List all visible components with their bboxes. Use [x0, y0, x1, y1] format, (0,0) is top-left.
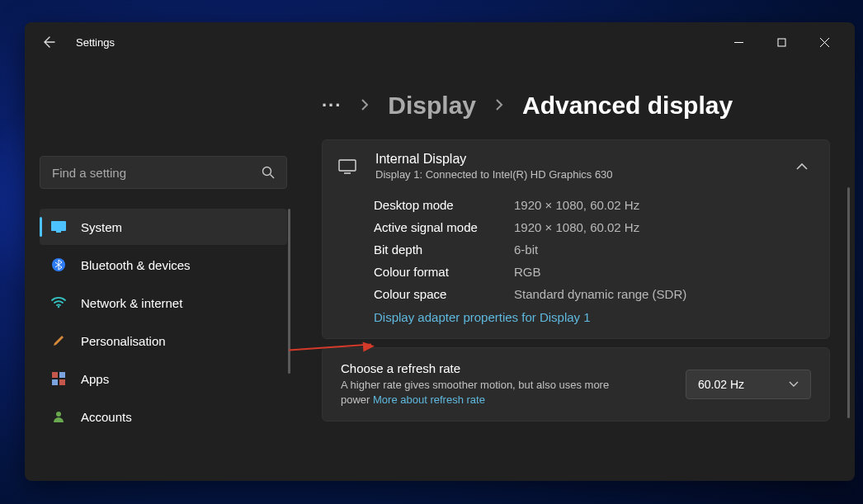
svg-rect-11	[339, 160, 356, 171]
search-box[interactable]	[40, 156, 287, 189]
svg-point-10	[56, 412, 61, 417]
svg-point-5	[58, 306, 59, 308]
nav-list: System Bluetooth & devices Network & int…	[40, 209, 287, 435]
minimize-icon	[734, 38, 743, 47]
info-value: 1920 × 1080, 60.02 Hz	[514, 220, 639, 234]
svg-rect-0	[778, 39, 785, 46]
refresh-rate-title: Choose a refresh rate	[341, 361, 669, 375]
refresh-rate-more-link[interactable]: More about refresh rate	[373, 393, 485, 406]
refresh-rate-select[interactable]: 60.02 Hz	[686, 370, 811, 399]
sidebar-item-system[interactable]: System	[40, 209, 287, 245]
svg-rect-7	[59, 372, 65, 378]
refresh-rate-card: Choose a refresh rate A higher rate give…	[322, 347, 830, 422]
refresh-rate-description: A higher rate gives smoother motion, but…	[341, 378, 613, 407]
chevron-right-icon	[494, 97, 504, 115]
info-label: Colour format	[374, 265, 514, 279]
chevron-down-icon	[789, 381, 799, 388]
sidebar-item-network[interactable]: Network & internet	[40, 285, 287, 321]
chevron-up-icon	[796, 159, 808, 174]
info-row: Desktop mode1920 × 1080, 60.02 Hz	[374, 194, 814, 216]
main-scrollbar[interactable]	[847, 187, 850, 418]
display-title: Internal Display	[375, 152, 778, 167]
svg-rect-9	[59, 379, 65, 385]
maximize-icon	[777, 38, 786, 47]
sidebar-item-label: Bluetooth & devices	[81, 258, 191, 272]
chevron-right-icon	[360, 97, 370, 115]
arrow-left-icon	[43, 35, 56, 49]
svg-rect-6	[52, 372, 58, 378]
breadcrumb-more[interactable]: ···	[322, 95, 342, 116]
sidebar-item-personalisation[interactable]: Personalisation	[40, 323, 287, 359]
sidebar-item-label: Accounts	[81, 410, 132, 424]
breadcrumb-display[interactable]: Display	[388, 92, 476, 120]
display-info-card: Internal Display Display 1: Connected to…	[322, 139, 830, 339]
svg-point-1	[263, 167, 271, 176]
display-card-header[interactable]: Internal Display Display 1: Connected to…	[323, 140, 829, 192]
search-icon	[262, 166, 275, 179]
wifi-icon	[51, 295, 66, 310]
info-value: 1920 × 1080, 60.02 Hz	[514, 198, 639, 212]
content-area: System Bluetooth & devices Network & int…	[25, 62, 855, 481]
main-panel: ··· Display Advanced display Internal Di…	[297, 62, 855, 481]
info-label: Active signal mode	[374, 220, 514, 234]
sidebar-item-label: Apps	[81, 372, 109, 386]
info-row: Colour spaceStandard dynamic range (SDR)	[374, 283, 814, 305]
brush-icon	[51, 333, 66, 348]
close-button[interactable]	[805, 29, 843, 55]
info-value: Standard dynamic range (SDR)	[514, 287, 686, 301]
breadcrumb: ··· Display Advanced display	[322, 92, 830, 120]
sidebar-scrollbar[interactable]	[288, 209, 290, 374]
maximize-button[interactable]	[762, 29, 800, 55]
display-info-body: Desktop mode1920 × 1080, 60.02 Hz Active…	[323, 192, 829, 338]
svg-rect-3	[56, 231, 61, 233]
window-title: Settings	[76, 36, 115, 49]
sidebar-item-label: Network & internet	[81, 296, 182, 310]
apps-icon	[51, 371, 66, 386]
titlebar: Settings	[25, 22, 855, 62]
sidebar-item-label: System	[81, 220, 122, 234]
svg-rect-2	[51, 221, 66, 231]
search-input[interactable]	[52, 166, 262, 180]
breadcrumb-current: Advanced display	[522, 92, 733, 120]
info-row: Bit depth6-bit	[374, 238, 814, 261]
back-button[interactable]	[36, 29, 63, 55]
svg-rect-8	[52, 379, 58, 385]
info-label: Colour space	[374, 287, 514, 301]
window-controls	[719, 29, 843, 55]
info-row: Colour formatRGB	[374, 261, 814, 283]
bluetooth-icon	[51, 257, 66, 272]
info-label: Bit depth	[374, 243, 514, 257]
info-label: Desktop mode	[374, 198, 514, 212]
sidebar-item-accounts[interactable]: Accounts	[40, 398, 287, 435]
monitor-icon	[51, 219, 66, 234]
person-icon	[51, 409, 66, 424]
display-subtitle: Display 1: Connected to Intel(R) HD Grap…	[375, 168, 778, 181]
sidebar: System Bluetooth & devices Network & int…	[25, 62, 297, 481]
minimize-button[interactable]	[719, 29, 757, 55]
info-value: 6-bit	[514, 243, 538, 257]
settings-window: Settings System	[25, 22, 855, 481]
refresh-rate-value: 60.02 Hz	[698, 378, 744, 391]
close-icon	[820, 38, 829, 47]
info-row: Active signal mode1920 × 1080, 60.02 Hz	[374, 216, 814, 238]
adapter-properties-link[interactable]: Display adapter properties for Display 1	[374, 310, 591, 324]
info-value: RGB	[514, 265, 541, 279]
display-icon	[337, 159, 357, 174]
sidebar-item-label: Personalisation	[81, 334, 166, 348]
sidebar-item-apps[interactable]: Apps	[40, 360, 287, 397]
sidebar-item-bluetooth[interactable]: Bluetooth & devices	[40, 247, 287, 283]
